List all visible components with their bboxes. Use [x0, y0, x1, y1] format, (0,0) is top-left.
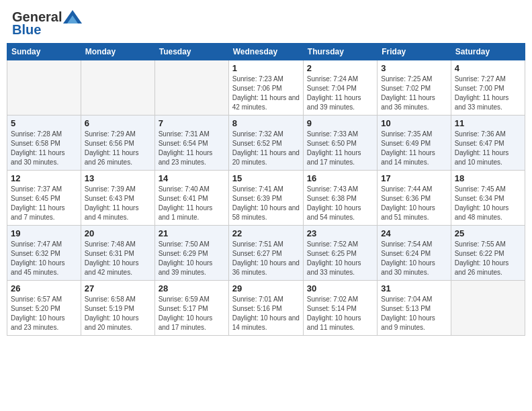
day-info: Sunrise: 6:58 AM Sunset: 5:19 PM Dayligh… — [85, 295, 151, 332]
calendar-cell: 14Sunrise: 7:40 AM Sunset: 6:41 PM Dayli… — [154, 171, 228, 226]
calendar-cell: 4Sunrise: 7:27 AM Sunset: 7:00 PM Daylig… — [451, 60, 525, 116]
calendar-cell: 24Sunrise: 7:54 AM Sunset: 6:24 PM Dayli… — [378, 226, 451, 281]
day-header-monday: Monday — [81, 44, 154, 60]
calendar-cell: 11Sunrise: 7:36 AM Sunset: 6:47 PM Dayli… — [451, 116, 525, 171]
day-number: 18 — [455, 173, 521, 183]
calendar-cell: 9Sunrise: 7:33 AM Sunset: 6:50 PM Daylig… — [303, 116, 377, 171]
day-info: Sunrise: 7:32 AM Sunset: 6:52 PM Dayligh… — [232, 130, 300, 167]
calendar-cell: 8Sunrise: 7:32 AM Sunset: 6:52 PM Daylig… — [228, 116, 303, 171]
day-info: Sunrise: 7:27 AM Sunset: 7:00 PM Dayligh… — [455, 75, 521, 112]
day-number: 12 — [11, 173, 77, 183]
logo-icon — [63, 10, 82, 24]
day-info: Sunrise: 7:01 AM Sunset: 5:16 PM Dayligh… — [232, 295, 300, 332]
calendar-cell: 12Sunrise: 7:37 AM Sunset: 6:45 PM Dayli… — [7, 171, 81, 226]
calendar-cell — [154, 60, 228, 116]
day-number: 9 — [307, 118, 373, 128]
calendar-cell: 15Sunrise: 7:41 AM Sunset: 6:39 PM Dayli… — [228, 171, 303, 226]
day-number: 5 — [11, 118, 77, 128]
day-header-tuesday: Tuesday — [154, 44, 228, 60]
calendar-cell: 21Sunrise: 7:50 AM Sunset: 6:29 PM Dayli… — [154, 226, 228, 281]
day-number: 28 — [159, 283, 225, 293]
calendar-week-row: 5Sunrise: 7:28 AM Sunset: 6:58 PM Daylig… — [7, 116, 525, 171]
day-number: 24 — [381, 228, 447, 238]
day-number: 22 — [232, 228, 300, 238]
day-info: Sunrise: 7:24 AM Sunset: 7:04 PM Dayligh… — [307, 75, 373, 112]
day-info: Sunrise: 7:39 AM Sunset: 6:43 PM Dayligh… — [85, 185, 151, 222]
calendar-cell: 3Sunrise: 7:25 AM Sunset: 7:02 PM Daylig… — [378, 60, 451, 116]
logo-blue-text: Blue — [12, 22, 41, 38]
calendar-cell — [451, 281, 525, 336]
calendar-cell: 18Sunrise: 7:45 AM Sunset: 6:34 PM Dayli… — [451, 171, 525, 226]
day-number: 1 — [232, 63, 300, 73]
calendar-table: SundayMondayTuesdayWednesdayThursdayFrid… — [7, 43, 525, 336]
calendar-cell — [7, 60, 81, 116]
calendar-cell: 29Sunrise: 7:01 AM Sunset: 5:16 PM Dayli… — [228, 281, 303, 336]
day-info: Sunrise: 6:57 AM Sunset: 5:20 PM Dayligh… — [11, 295, 77, 332]
day-number: 25 — [455, 228, 521, 238]
logo: General Blue — [12, 9, 82, 38]
calendar-cell: 1Sunrise: 7:23 AM Sunset: 7:06 PM Daylig… — [228, 60, 303, 116]
page-header: General Blue — [7, 7, 525, 38]
calendar-cell: 13Sunrise: 7:39 AM Sunset: 6:43 PM Dayli… — [81, 171, 154, 226]
calendar-cell: 28Sunrise: 6:59 AM Sunset: 5:17 PM Dayli… — [154, 281, 228, 336]
day-number: 23 — [307, 228, 373, 238]
calendar-cell: 26Sunrise: 6:57 AM Sunset: 5:20 PM Dayli… — [7, 281, 81, 336]
calendar-cell: 31Sunrise: 7:04 AM Sunset: 5:13 PM Dayli… — [378, 281, 451, 336]
day-info: Sunrise: 7:45 AM Sunset: 6:34 PM Dayligh… — [455, 185, 521, 222]
day-number: 17 — [381, 173, 447, 183]
day-number: 16 — [307, 173, 373, 183]
day-info: Sunrise: 7:52 AM Sunset: 6:25 PM Dayligh… — [307, 240, 373, 277]
day-number: 6 — [85, 118, 151, 128]
calendar-cell: 6Sunrise: 7:29 AM Sunset: 6:56 PM Daylig… — [81, 116, 154, 171]
day-number: 27 — [85, 283, 151, 293]
day-info: Sunrise: 7:55 AM Sunset: 6:22 PM Dayligh… — [455, 240, 521, 277]
day-info: Sunrise: 7:25 AM Sunset: 7:02 PM Dayligh… — [381, 75, 447, 112]
day-number: 14 — [159, 173, 225, 183]
calendar-week-row: 12Sunrise: 7:37 AM Sunset: 6:45 PM Dayli… — [7, 171, 525, 226]
day-info: Sunrise: 7:50 AM Sunset: 6:29 PM Dayligh… — [159, 240, 225, 277]
day-header-saturday: Saturday — [451, 44, 525, 60]
day-number: 21 — [159, 228, 225, 238]
day-info: Sunrise: 7:02 AM Sunset: 5:14 PM Dayligh… — [307, 295, 373, 332]
day-number: 29 — [232, 283, 300, 293]
day-number: 11 — [455, 118, 521, 128]
day-number: 30 — [307, 283, 373, 293]
day-number: 10 — [381, 118, 447, 128]
calendar-cell: 23Sunrise: 7:52 AM Sunset: 6:25 PM Dayli… — [303, 226, 377, 281]
calendar-cell: 17Sunrise: 7:44 AM Sunset: 6:36 PM Dayli… — [378, 171, 451, 226]
calendar-header-row: SundayMondayTuesdayWednesdayThursdayFrid… — [7, 44, 525, 60]
day-info: Sunrise: 7:23 AM Sunset: 7:06 PM Dayligh… — [232, 75, 300, 112]
calendar-cell: 7Sunrise: 7:31 AM Sunset: 6:54 PM Daylig… — [154, 116, 228, 171]
day-header-thursday: Thursday — [303, 44, 377, 60]
day-number: 19 — [11, 228, 77, 238]
calendar-cell: 2Sunrise: 7:24 AM Sunset: 7:04 PM Daylig… — [303, 60, 377, 116]
day-info: Sunrise: 7:54 AM Sunset: 6:24 PM Dayligh… — [381, 240, 447, 277]
day-info: Sunrise: 7:37 AM Sunset: 6:45 PM Dayligh… — [11, 185, 77, 222]
day-info: Sunrise: 7:51 AM Sunset: 6:27 PM Dayligh… — [232, 240, 300, 277]
day-header-friday: Friday — [378, 44, 451, 60]
day-number: 2 — [307, 63, 373, 73]
calendar-cell: 30Sunrise: 7:02 AM Sunset: 5:14 PM Dayli… — [303, 281, 377, 336]
day-number: 7 — [159, 118, 225, 128]
day-info: Sunrise: 7:47 AM Sunset: 6:32 PM Dayligh… — [11, 240, 77, 277]
day-number: 15 — [232, 173, 300, 183]
calendar-cell: 22Sunrise: 7:51 AM Sunset: 6:27 PM Dayli… — [228, 226, 303, 281]
day-info: Sunrise: 7:04 AM Sunset: 5:13 PM Dayligh… — [381, 295, 447, 332]
calendar-cell: 19Sunrise: 7:47 AM Sunset: 6:32 PM Dayli… — [7, 226, 81, 281]
day-info: Sunrise: 7:28 AM Sunset: 6:58 PM Dayligh… — [11, 130, 77, 167]
calendar-cell: 25Sunrise: 7:55 AM Sunset: 6:22 PM Dayli… — [451, 226, 525, 281]
day-info: Sunrise: 7:31 AM Sunset: 6:54 PM Dayligh… — [159, 130, 225, 167]
calendar-cell: 5Sunrise: 7:28 AM Sunset: 6:58 PM Daylig… — [7, 116, 81, 171]
day-info: Sunrise: 7:40 AM Sunset: 6:41 PM Dayligh… — [159, 185, 225, 222]
day-number: 4 — [455, 63, 521, 73]
calendar-week-row: 26Sunrise: 6:57 AM Sunset: 5:20 PM Dayli… — [7, 281, 525, 336]
calendar-week-row: 19Sunrise: 7:47 AM Sunset: 6:32 PM Dayli… — [7, 226, 525, 281]
day-number: 13 — [85, 173, 151, 183]
calendar-cell — [81, 60, 154, 116]
day-info: Sunrise: 6:59 AM Sunset: 5:17 PM Dayligh… — [159, 295, 225, 332]
day-info: Sunrise: 7:41 AM Sunset: 6:39 PM Dayligh… — [232, 185, 300, 222]
day-number: 8 — [232, 118, 300, 128]
day-info: Sunrise: 7:36 AM Sunset: 6:47 PM Dayligh… — [455, 130, 521, 167]
day-info: Sunrise: 7:35 AM Sunset: 6:49 PM Dayligh… — [381, 130, 447, 167]
day-header-sunday: Sunday — [7, 44, 81, 60]
